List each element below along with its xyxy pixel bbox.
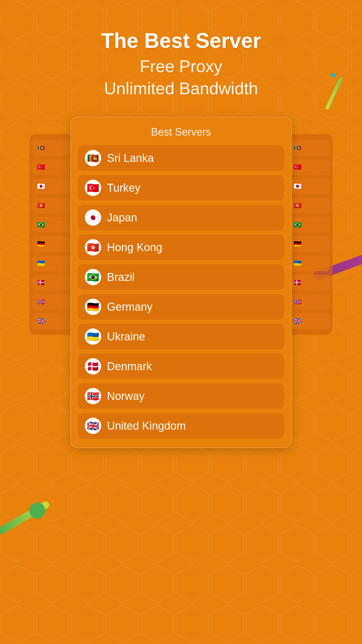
side-item-norway[interactable]: 🇳🇴 bbox=[32, 294, 73, 310]
side-flag-ukraine: 🇺🇦 bbox=[35, 258, 46, 269]
server-item-hong-kong[interactable]: 🇭🇰 Hong Kong bbox=[78, 235, 284, 260]
side-right-item-denmark[interactable]: 🇩🇰 bbox=[289, 275, 330, 290]
side-item-turkey[interactable]: 🇹🇷 bbox=[32, 159, 73, 175]
side-right-item-norway[interactable]: 🇳🇴 bbox=[289, 294, 330, 310]
country-name-norway: Norway bbox=[107, 390, 145, 402]
server-item-turkey[interactable]: 🇹🇷 Turkey bbox=[78, 175, 284, 201]
side-flag-norway: 🇳🇴 bbox=[35, 296, 46, 307]
card-title: Best Servers bbox=[78, 126, 284, 138]
main-server-card: Best Servers 🇱🇰 Sri Lanka 🇹🇷 Turkey 🇯🇵 J… bbox=[70, 117, 292, 448]
side-right-flag-germany: 🇩🇪 bbox=[292, 239, 303, 250]
subtitle-line1: Free Proxy bbox=[140, 57, 222, 76]
server-item-norway[interactable]: 🇳🇴 Norway bbox=[78, 383, 284, 409]
side-flag-japan: 🇯🇵 bbox=[35, 181, 46, 192]
side-item-germany[interactable]: 🇩🇪 bbox=[32, 236, 73, 252]
side-right-item-ukraine[interactable]: 🇺🇦 bbox=[289, 256, 330, 271]
side-item-brazil[interactable]: 🇧🇷 bbox=[32, 217, 73, 233]
server-item-brazil[interactable]: 🇧🇷 Brazil bbox=[78, 264, 284, 290]
server-item-ukraine[interactable]: 🇺🇦 Ukraine bbox=[78, 324, 284, 349]
side-right-item-japan[interactable]: 🇯🇵 bbox=[289, 178, 330, 194]
side-item-hongkong[interactable]: 🇭🇰 bbox=[32, 198, 73, 214]
side-flag-denmark: 🇩🇰 bbox=[35, 277, 46, 288]
side-card-right: 🇱🇰 🇹🇷 🇯🇵 🇭🇰 🇧🇷 🇩🇪 🇺🇦 🇩🇰 🇳🇴 🇬🇧 bbox=[286, 134, 333, 335]
server-item-germany[interactable]: 🇩🇪 Germany bbox=[78, 294, 284, 320]
side-right-item-uk[interactable]: 🇬🇧 bbox=[289, 313, 330, 329]
flag-sri-lanka: 🇱🇰 bbox=[85, 150, 101, 166]
side-item-denmark[interactable]: 🇩🇰 bbox=[32, 275, 73, 290]
card-container: 🇱🇰 🇹🇷 🇯🇵 🇭🇰 🇧🇷 🇩🇪 🇺🇦 🇩🇰 🇳🇴 🇬🇧 bbox=[0, 117, 362, 448]
server-item-uk[interactable]: 🇬🇧 United Kingdom bbox=[78, 413, 284, 439]
flag-denmark: 🇩🇰 bbox=[85, 358, 101, 374]
server-item-denmark[interactable]: 🇩🇰 Denmark bbox=[78, 354, 284, 379]
country-name-turkey: Turkey bbox=[107, 182, 140, 194]
side-right-item-hongkong[interactable]: 🇭🇰 bbox=[289, 198, 330, 214]
side-right-flag-hongkong: 🇭🇰 bbox=[292, 200, 303, 211]
country-name-uk: United Kingdom bbox=[107, 420, 186, 432]
side-flag-brazil: 🇧🇷 bbox=[35, 219, 46, 230]
flag-turkey: 🇹🇷 bbox=[85, 180, 101, 196]
side-item-sri-lanka[interactable]: 🇱🇰 bbox=[32, 140, 73, 156]
side-item-japan[interactable]: 🇯🇵 bbox=[32, 178, 73, 194]
side-right-flag-denmark: 🇩🇰 bbox=[292, 277, 303, 288]
side-right-item-turkey[interactable]: 🇹🇷 bbox=[289, 159, 330, 175]
country-name-denmark: Denmark bbox=[107, 360, 152, 373]
country-name-germany: Germany bbox=[107, 301, 152, 313]
side-right-flag-brazil: 🇧🇷 bbox=[292, 219, 303, 230]
country-name-brazil: Brazil bbox=[107, 271, 135, 284]
flag-uk: 🇬🇧 bbox=[85, 418, 101, 434]
flag-brazil: 🇧🇷 bbox=[85, 269, 101, 285]
server-list: 🇱🇰 Sri Lanka 🇹🇷 Turkey 🇯🇵 Japan 🇭🇰 Hong … bbox=[78, 145, 284, 439]
flag-norway: 🇳🇴 bbox=[85, 388, 101, 404]
side-right-flag-uk: 🇬🇧 bbox=[292, 316, 303, 327]
flag-ukraine: 🇺🇦 bbox=[85, 328, 101, 345]
flag-germany: 🇩🇪 bbox=[85, 299, 101, 315]
flag-hong-kong: 🇭🇰 bbox=[85, 239, 101, 256]
side-right-flag-ukraine: 🇺🇦 bbox=[292, 258, 303, 269]
header-subtitle: Free Proxy Unlimited Bandwidth bbox=[0, 55, 362, 99]
side-right-item-germany[interactable]: 🇩🇪 bbox=[289, 236, 330, 252]
side-right-flag-norway: 🇳🇴 bbox=[292, 296, 303, 307]
country-name-hong-kong: Hong Kong bbox=[107, 241, 162, 254]
side-flag-sri-lanka: 🇱🇰 bbox=[35, 142, 46, 153]
side-right-flag-sri-lanka: 🇱🇰 bbox=[292, 142, 303, 153]
side-flag-hongkong: 🇭🇰 bbox=[35, 200, 46, 211]
header-title: The Best Server bbox=[0, 29, 362, 52]
server-item-sri-lanka[interactable]: 🇱🇰 Sri Lanka bbox=[78, 145, 284, 171]
flag-japan: 🇯🇵 bbox=[85, 209, 101, 226]
subtitle-line2: Unlimited Bandwidth bbox=[104, 79, 258, 98]
deco-circle-green bbox=[29, 503, 45, 519]
country-name-sri-lanka: Sri Lanka bbox=[107, 152, 154, 164]
side-card-left: 🇱🇰 🇹🇷 🇯🇵 🇭🇰 🇧🇷 🇩🇪 🇺🇦 🇩🇰 🇳🇴 🇬🇧 bbox=[29, 134, 76, 335]
side-right-item-sri-lanka[interactable]: 🇱🇰 bbox=[289, 140, 330, 156]
header-section: The Best Server Free Proxy Unlimited Ban… bbox=[0, 29, 362, 99]
server-item-japan[interactable]: 🇯🇵 Japan bbox=[78, 205, 284, 230]
side-flag-germany: 🇩🇪 bbox=[35, 239, 46, 250]
country-name-japan: Japan bbox=[107, 211, 137, 224]
side-right-flag-turkey: 🇹🇷 bbox=[292, 162, 303, 173]
side-item-uk[interactable]: 🇬🇧 bbox=[32, 313, 73, 329]
side-flag-turkey: 🇹🇷 bbox=[35, 162, 46, 173]
side-item-ukraine[interactable]: 🇺🇦 bbox=[32, 256, 73, 271]
side-right-item-brazil[interactable]: 🇧🇷 bbox=[289, 217, 330, 233]
side-flag-uk: 🇬🇧 bbox=[35, 316, 46, 327]
country-name-ukraine: Ukraine bbox=[107, 330, 145, 343]
side-right-flag-japan: 🇯🇵 bbox=[292, 181, 303, 192]
